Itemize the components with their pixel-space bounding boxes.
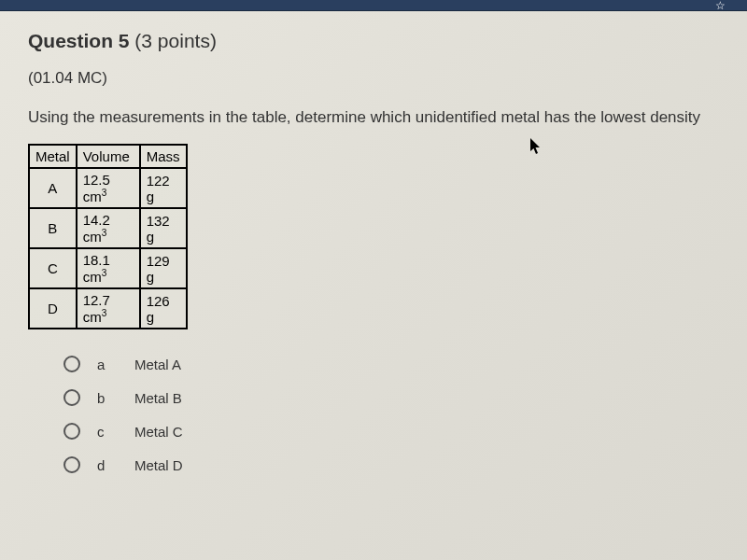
table-row: C 18.1 cm3 129 g bbox=[29, 248, 187, 288]
table-header-row: Metal Volume Mass bbox=[29, 145, 187, 168]
question-points: (3 points) bbox=[130, 30, 217, 51]
volume-sup: 3 bbox=[102, 188, 107, 198]
question-code: (01.04 MC) bbox=[28, 69, 719, 88]
cell-mass: 132 g bbox=[140, 208, 187, 248]
cell-metal: A bbox=[29, 168, 77, 208]
option-letter: b bbox=[97, 390, 134, 406]
radio-icon[interactable] bbox=[63, 423, 80, 440]
question-text: Using the measurements in the table, det… bbox=[28, 108, 719, 127]
cell-mass: 122 g bbox=[140, 168, 187, 208]
cell-volume: 12.5 cm3 bbox=[77, 168, 140, 208]
option-letter: a bbox=[97, 357, 134, 372]
cell-volume: 14.2 cm3 bbox=[77, 208, 140, 248]
header-volume: Volume bbox=[77, 145, 140, 168]
option-label: Metal B bbox=[134, 390, 182, 406]
data-table: Metal Volume Mass A 12.5 cm3 122 g B 14.… bbox=[28, 144, 188, 329]
cell-mass: 126 g bbox=[140, 288, 187, 329]
cell-metal: D bbox=[29, 288, 77, 329]
radio-icon[interactable] bbox=[63, 456, 80, 473]
table-row: B 14.2 cm3 132 g bbox=[29, 208, 187, 248]
answer-options: a Metal A b Metal B c Metal C d Metal D bbox=[28, 356, 719, 473]
header-metal: Metal bbox=[29, 145, 77, 168]
browser-toolbar: ☆ bbox=[0, 0, 747, 11]
option-b[interactable]: b Metal B bbox=[63, 389, 719, 406]
volume-sup: 3 bbox=[102, 268, 107, 278]
question-number: Question 5 bbox=[28, 30, 130, 51]
option-label: Metal A bbox=[134, 357, 181, 372]
cell-volume: 12.7 cm3 bbox=[77, 288, 140, 329]
header-mass: Mass bbox=[140, 145, 187, 168]
option-d[interactable]: d Metal D bbox=[63, 456, 719, 473]
option-c[interactable]: c Metal C bbox=[63, 423, 719, 440]
table-row: A 12.5 cm3 122 g bbox=[29, 168, 187, 208]
option-a[interactable]: a Metal A bbox=[63, 356, 719, 372]
option-letter: c bbox=[97, 424, 134, 440]
cell-metal: B bbox=[29, 208, 77, 248]
cell-volume: 18.1 cm3 bbox=[77, 248, 140, 288]
option-letter: d bbox=[97, 457, 134, 473]
question-title: Question 5 (3 points) bbox=[28, 30, 719, 52]
radio-icon[interactable] bbox=[63, 356, 80, 372]
volume-sup: 3 bbox=[102, 308, 107, 318]
star-icon[interactable]: ☆ bbox=[715, 0, 728, 12]
option-label: Metal C bbox=[134, 424, 183, 440]
volume-sup: 3 bbox=[102, 228, 107, 238]
cell-metal: C bbox=[29, 248, 77, 288]
table-row: D 12.7 cm3 126 g bbox=[29, 288, 187, 329]
option-label: Metal D bbox=[134, 457, 183, 473]
cell-mass: 129 g bbox=[140, 248, 187, 288]
quiz-content: Question 5 (3 points) (01.04 MC) Using t… bbox=[0, 11, 747, 560]
radio-icon[interactable] bbox=[63, 389, 80, 406]
